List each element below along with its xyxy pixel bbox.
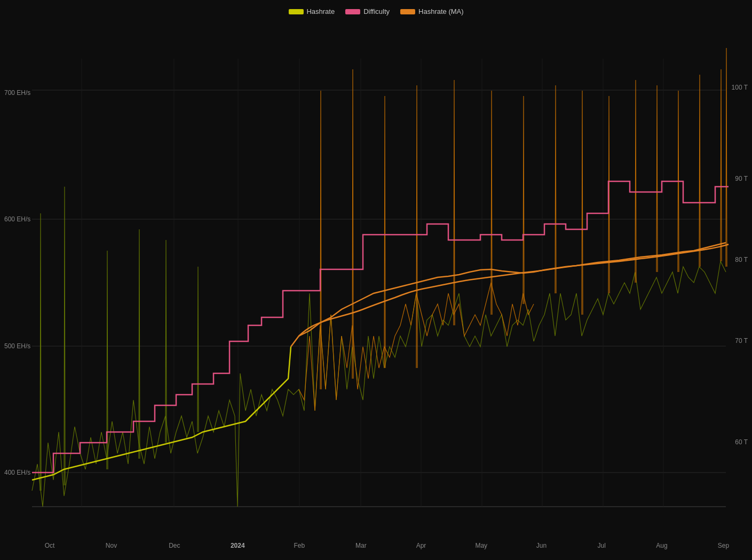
legend-item-hashrate-ma: Hashrate (MA) bbox=[400, 7, 464, 15]
chart-legend: Hashrate Difficulty Hashrate (MA) bbox=[288, 7, 463, 15]
chart-area: 400 EH/s 500 EH/s 600 EH/s 700 EH/s 60 T… bbox=[0, 27, 752, 533]
hashrate-swatch bbox=[288, 9, 303, 14]
x-jun: Jun bbox=[536, 542, 547, 549]
difficulty-swatch bbox=[345, 9, 360, 14]
legend-item-difficulty: Difficulty bbox=[345, 7, 390, 15]
x-aug: Aug bbox=[656, 542, 667, 549]
hashrate-ma-left-line bbox=[32, 347, 291, 480]
hashrate-ma-swatch bbox=[400, 9, 415, 14]
x-mar: Mar bbox=[355, 542, 367, 549]
legend-item-hashrate: Hashrate bbox=[288, 7, 335, 15]
x-feb: Feb bbox=[294, 542, 305, 549]
hashrate-ma-right-line bbox=[291, 243, 726, 347]
difficulty-line bbox=[32, 181, 729, 473]
x-sep: Sep bbox=[718, 542, 729, 549]
hashrate-ma-label: Hashrate (MA) bbox=[418, 7, 464, 15]
x-apr: Apr bbox=[416, 542, 426, 549]
chart-container: Hashrate Difficulty Hashrate (MA) 400 EH… bbox=[0, 0, 752, 560]
difficulty-label: Difficulty bbox=[363, 7, 390, 15]
main-chart-svg bbox=[0, 27, 752, 533]
x-nov: Nov bbox=[106, 542, 117, 549]
x-2024: 2024 bbox=[231, 542, 245, 549]
x-may: May bbox=[475, 542, 487, 549]
hashrate-label: Hashrate bbox=[306, 7, 335, 15]
x-jul: Jul bbox=[598, 542, 606, 549]
hashrate-raw-line bbox=[32, 261, 726, 507]
x-dec: Dec bbox=[169, 542, 180, 549]
x-oct: Oct bbox=[45, 542, 55, 549]
